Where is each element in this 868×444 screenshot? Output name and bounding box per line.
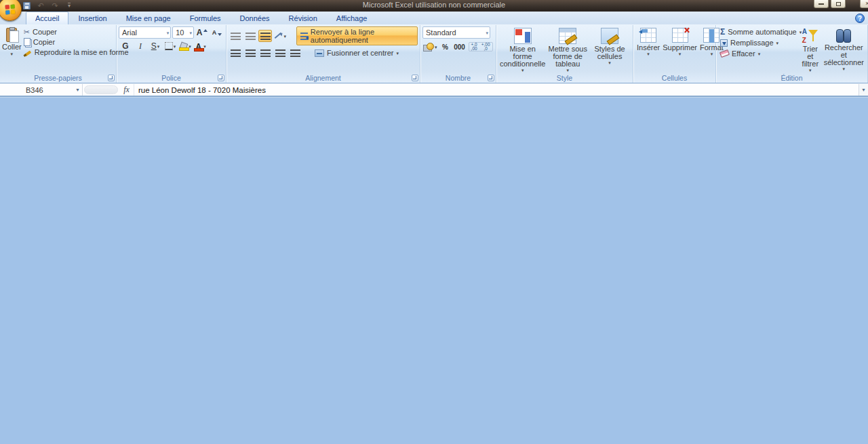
format-painter-button[interactable]: Reproduire la mise en forme <box>22 47 131 57</box>
align-bottom-button[interactable] <box>258 30 272 42</box>
number-format-select[interactable]: Standard ▾ <box>422 26 490 39</box>
title-bar[interactable]: ↶ ↷ ▾ Microsoft Excel utilisation non co… <box>0 0 868 12</box>
find-select-button[interactable]: Rechercher et sélectionner ▾ <box>823 26 865 73</box>
underline-icon: S <box>151 41 157 51</box>
fill-button[interactable]: Remplissage ▾ <box>718 38 798 47</box>
group-presse-papiers: Coller ▾ ✂ Couper Copier Reproduire la m… <box>0 25 117 83</box>
orientation-button[interactable]: ▾ <box>273 30 287 42</box>
sort-filter-icon: A Z <box>802 28 818 44</box>
increase-indent-button[interactable] <box>288 47 302 59</box>
dropdown-icon: ▾ <box>647 52 650 56</box>
tab-mise-en-page[interactable]: Mise en page <box>117 12 180 24</box>
format-as-table-button[interactable]: Mettre sous forme de tableau ▾ <box>547 26 589 73</box>
worksheet-area <box>0 97 868 444</box>
comma-style-button[interactable]: 000 <box>453 41 467 53</box>
customize-qat-button[interactable]: ▾ <box>64 1 74 10</box>
increase-font-icon: A <box>197 28 203 37</box>
help-button[interactable]: ? <box>855 14 865 23</box>
dropdown-icon: ▾ <box>608 60 611 65</box>
delete-cells-icon <box>672 28 688 43</box>
close-button[interactable]: × <box>860 0 868 8</box>
delete-cells-button[interactable]: Supprimer ▾ <box>661 26 698 73</box>
align-right-button[interactable] <box>258 47 272 59</box>
name-box[interactable]: B346 ▼ <box>0 84 83 96</box>
font-family-select[interactable]: Arial ▾ <box>119 26 171 39</box>
underline-button[interactable]: S ▾ <box>149 40 162 52</box>
accounting-format-button[interactable]: ▾ <box>422 41 438 53</box>
autosum-button[interactable]: Σ Somme automatique ▾ <box>718 27 798 37</box>
caret-down-icon <box>218 33 222 36</box>
dropdown-icon: ▾ <box>809 68 812 73</box>
dropdown-icon: ▾ <box>157 44 160 49</box>
group-alignement: ▾ Renvoyer à la ligne automatiquement <box>226 25 420 83</box>
dropdown-icon: ▾ <box>396 51 399 56</box>
align-left-button[interactable] <box>229 47 242 59</box>
save-button[interactable] <box>22 1 31 10</box>
tab-donnees[interactable]: Données <box>231 12 279 24</box>
dialog-launcher-icon[interactable] <box>218 75 224 81</box>
italic-button[interactable]: I <box>134 40 147 52</box>
conditional-formatting-button[interactable]: Mise en forme conditionnelle ▾ <box>498 26 547 73</box>
paste-button[interactable]: Coller ▾ <box>2 26 22 73</box>
dropdown-icon: ▾ <box>758 52 761 56</box>
tab-accueil[interactable]: Accueil <box>26 12 68 24</box>
fill-icon <box>720 39 728 47</box>
decrease-font-icon: A <box>212 29 217 36</box>
insert-function-button[interactable]: fx <box>119 84 134 96</box>
number-format-value: Standard <box>426 28 456 37</box>
copy-button[interactable]: Copier <box>22 37 131 47</box>
font-size-select[interactable]: 10 ▾ <box>172 26 194 39</box>
decrease-decimal-button[interactable]: +,00 ,0 <box>479 43 492 51</box>
tab-revision[interactable]: Révision <box>279 12 327 24</box>
decrease-indent-button[interactable] <box>273 47 287 59</box>
name-box-dropdown-icon[interactable]: ▼ <box>75 87 80 92</box>
expand-formula-bar-button[interactable]: ▼ <box>859 84 868 96</box>
dialog-launcher-icon[interactable] <box>488 75 494 81</box>
minimize-button[interactable] <box>814 0 829 8</box>
insert-cells-label: Insérer <box>637 44 660 52</box>
insert-cells-button[interactable]: Insérer ▾ <box>635 26 661 73</box>
fill-color-button[interactable]: ▾ <box>178 40 192 52</box>
increase-font-button[interactable]: A <box>195 26 209 39</box>
dropdown-icon: ▾ <box>174 44 176 49</box>
scissors-icon: ✂ <box>24 28 30 36</box>
align-center-button[interactable] <box>243 47 257 59</box>
dialog-launcher-icon[interactable] <box>108 75 115 81</box>
binoculars-icon <box>835 28 852 43</box>
align-top-button[interactable] <box>229 30 242 42</box>
decrease-font-button[interactable]: A <box>210 26 224 39</box>
restore-button[interactable] <box>831 0 846 8</box>
window-controls: × <box>814 0 868 8</box>
dropdown-icon: ▾ <box>484 31 488 35</box>
sort-filter-button[interactable]: A Z Trier et filtrer ▾ <box>798 26 823 73</box>
align-left-icon <box>231 49 241 57</box>
increase-decimal-button[interactable]: +,0 ,00 <box>469 43 479 51</box>
borders-icon <box>165 42 173 50</box>
formula-input[interactable]: rue Léon Dewolf 18 - 7020 Maisières <box>134 84 859 96</box>
font-family-value: Arial <box>122 28 137 37</box>
bold-button[interactable]: G <box>119 40 132 52</box>
thousands-icon: 000 <box>454 43 465 51</box>
tab-formules[interactable]: Formules <box>180 12 231 24</box>
ribbon: Coller ▾ ✂ Couper Copier Reproduire la m… <box>0 24 868 83</box>
clear-button[interactable]: Effacer ▾ <box>718 49 798 58</box>
restore-icon <box>836 2 841 6</box>
cell-styles-button[interactable]: Styles de cellules ▾ <box>589 26 631 73</box>
percent-style-button[interactable]: % <box>439 41 452 53</box>
align-bottom-icon <box>260 33 271 40</box>
cut-button[interactable]: ✂ Couper <box>22 27 131 37</box>
align-middle-button[interactable] <box>243 30 257 42</box>
borders-button[interactable]: ▾ <box>163 40 177 52</box>
formula-buttons-area <box>84 85 118 94</box>
tab-insertion[interactable]: Insertion <box>68 12 116 24</box>
merge-center-button[interactable]: Fusionner et centrer ▾ <box>311 48 402 58</box>
dialog-launcher-icon[interactable] <box>412 75 418 81</box>
wrap-text-button[interactable]: Renvoyer à la ligne automatiquement <box>296 26 418 45</box>
group-label-presse-papiers: Presse-papiers <box>34 74 82 82</box>
undo-button[interactable]: ↶ <box>36 1 45 10</box>
align-top-icon <box>231 33 241 40</box>
font-color-button[interactable]: A ▾ <box>193 40 207 52</box>
office-logo-quadrant <box>5 10 9 14</box>
tab-affichage[interactable]: Affichage <box>327 12 377 24</box>
redo-button[interactable]: ↷ <box>50 1 60 10</box>
